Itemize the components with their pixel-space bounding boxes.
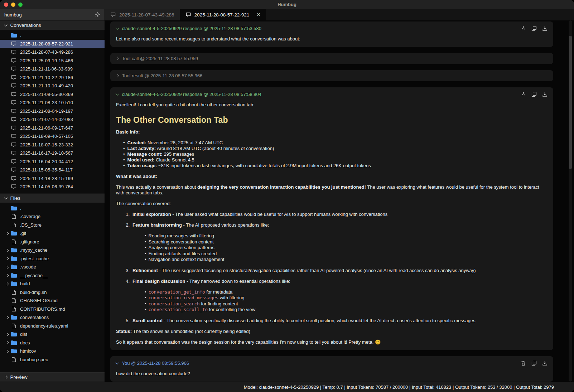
conversation-item[interactable]: 2025-11-21-10-22-29-186 — [0, 73, 105, 82]
tool-call-card[interactable]: Tool call @ 2025-11-28 08:57:55.959 — [110, 53, 553, 64]
message-actions — [521, 360, 548, 366]
conversation-item[interactable]: 2025-11-18-07-15-23-332 — [0, 141, 105, 149]
conversation-item[interactable]: 2025-11-18-09-40-57-105 — [0, 132, 105, 141]
conversation-view: claude-sonnet-4-5-20250929 response @ 20… — [105, 20, 574, 382]
close-tab-icon[interactable]: × — [257, 12, 260, 18]
list-item: Created: November 28, 2025 at 7:47 AM UT… — [123, 140, 548, 146]
message-header-label: claude-sonnet-4-5-20250929 response @ 20… — [122, 92, 262, 97]
conversation-item[interactable]: 2025-11-21-11-06-33-989 — [0, 65, 105, 73]
folder-item[interactable]: conversations — [0, 313, 105, 322]
file-item[interactable]: humbug.spec — [0, 355, 105, 364]
folder-item[interactable]: __pycache__ — [0, 271, 105, 280]
folder-item[interactable]: build — [0, 280, 105, 288]
close-window-button[interactable] — [4, 3, 8, 7]
conversation-item[interactable]: 2025-11-14-05-06-39-764 — [0, 183, 105, 191]
folder-item-label: .pytest_cache — [20, 256, 49, 261]
message-header[interactable]: claude-sonnet-4-5-20250929 response @ 20… — [116, 26, 548, 31]
folder-item[interactable]: docs — [0, 339, 105, 347]
chevron-right-icon[interactable] — [116, 74, 119, 77]
expand-chevron-icon[interactable] — [3, 249, 11, 252]
file-item[interactable]: dependency-rules.yaml — [0, 322, 105, 330]
chevron-down-icon — [4, 23, 8, 26]
conversation-item[interactable]: 2025-11-21-10-10-49-420 — [0, 82, 105, 90]
conversation-item[interactable]: 2025-11-16-17-19-10-567 — [0, 149, 105, 158]
folder-item[interactable]: dist — [0, 330, 105, 339]
chat-bubble-icon — [11, 184, 17, 189]
conversations-section-header[interactable]: Conversations — [0, 20, 105, 30]
copy-icon[interactable] — [531, 92, 537, 97]
file-item[interactable]: .coverage — [0, 212, 105, 221]
file-item-label: build-dmg.sh — [20, 290, 47, 295]
minimize-window-button[interactable] — [11, 3, 15, 7]
expand-chevron-icon[interactable] — [3, 283, 11, 285]
conversation-item[interactable]: 2025-11-21-08-55-30-369 — [0, 90, 105, 99]
trash-icon[interactable] — [521, 360, 526, 366]
conversation-item[interactable]: 2025-11-21-08-23-10-510 — [0, 98, 105, 107]
conversation-item[interactable]: 2025-11-25-09-19-15-466 — [0, 57, 105, 65]
conversations-root-folder[interactable]: . — [0, 31, 105, 40]
conversation-item[interactable]: 2025-11-21-08-04-19-197 — [0, 107, 105, 116]
message-header[interactable]: You @ 2025-11-28 08:59:55.966 — [116, 360, 548, 366]
tab-conversation-inactive[interactable]: 2025-11-28-07-43-49-286 — [105, 9, 180, 20]
paragraph: The conversation covered: — [116, 201, 548, 207]
traffic-lights — [4, 3, 23, 7]
expand-chevron-icon[interactable] — [3, 342, 11, 344]
folder-icon — [11, 315, 17, 320]
conversation-item[interactable]: 2025-11-21-06-09-17-647 — [0, 124, 105, 132]
scrollbar-thumb[interactable] — [569, 36, 572, 169]
conversation-item[interactable]: 2025-11-21-07-14-02-083 — [0, 115, 105, 124]
expand-chevron-icon[interactable] — [3, 274, 11, 277]
copy-icon[interactable] — [531, 26, 537, 31]
folder-item[interactable]: htmlcov — [0, 347, 105, 355]
folder-icon — [11, 247, 17, 253]
conversation-item[interactable]: 2025-11-28-07-43-49-286 — [0, 48, 105, 57]
conversation-item[interactable]: 2025-11-14-18-28-15-199 — [0, 174, 105, 183]
file-item[interactable]: CHANGELOG.md — [0, 296, 105, 305]
folder-item[interactable]: .pytest_cache — [0, 255, 105, 263]
fork-icon[interactable] — [521, 92, 526, 97]
expand-chevron-icon[interactable] — [3, 333, 11, 336]
chevron-down-icon[interactable] — [116, 361, 119, 364]
chevron-down-icon[interactable] — [116, 26, 119, 29]
folder-item[interactable]: .mypy_cache — [0, 246, 105, 255]
chat-bubble-icon — [11, 134, 17, 139]
file-item[interactable]: CONTRIBUTORS.md — [0, 305, 105, 314]
conversation-item-selected[interactable]: 2025-11-28-08-57-22-921 — [0, 40, 105, 48]
folder-item[interactable]: .vscode — [0, 263, 105, 271]
files-tree: . .coverage .DS_Store .git .gitignore .m… — [0, 203, 105, 366]
zoom-window-button[interactable] — [18, 3, 23, 7]
conversation-item[interactable]: 2025-11-15-05-35-54-117 — [0, 166, 105, 174]
chevron-right-icon[interactable] — [116, 57, 119, 60]
folder-item[interactable]: .git — [0, 229, 105, 238]
tab-conversation-active[interactable]: 2025-11-28-08-57-22-921 × — [180, 9, 266, 20]
preview-section-header[interactable]: Preview — [0, 372, 105, 382]
download-icon[interactable] — [542, 360, 548, 366]
message-header[interactable]: claude-sonnet-4-5-20250929 response @ 20… — [116, 92, 548, 97]
conversation-item[interactable]: 2025-11-16-04-20-04-412 — [0, 158, 105, 166]
download-icon[interactable] — [542, 92, 548, 97]
expand-chevron-icon[interactable] — [3, 257, 11, 260]
download-icon[interactable] — [542, 26, 548, 31]
fork-icon[interactable] — [521, 26, 526, 31]
scrollbar-track[interactable] — [569, 20, 572, 382]
expand-chevron-icon[interactable] — [3, 316, 11, 319]
chevron-right-icon — [4, 376, 8, 379]
copy-icon[interactable] — [531, 360, 537, 366]
conversation-item-label: 2025-11-28-08-57-22-921 — [20, 41, 73, 47]
titlebar: Humbug — [0, 0, 574, 9]
file-item[interactable]: .gitignore — [0, 238, 105, 246]
expand-chevron-icon[interactable] — [3, 232, 11, 235]
chevron-down-icon[interactable] — [116, 92, 119, 95]
files-root-folder[interactable]: . — [0, 204, 105, 213]
gear-icon[interactable] — [95, 12, 100, 18]
file-item[interactable]: .DS_Store — [0, 221, 105, 229]
list-item: Navigation and context management — [145, 257, 548, 263]
expand-chevron-icon[interactable] — [3, 350, 11, 353]
nested-bullet-list: Reading messages with filtering Searchin… — [116, 233, 548, 263]
files-section-header[interactable]: Files — [0, 193, 105, 203]
file-item[interactable]: build-dmg.sh — [0, 288, 105, 297]
project-name: humbug — [4, 12, 22, 18]
conversation-item-label: 2025-11-18-07-15-23-332 — [20, 142, 73, 147]
expand-chevron-icon[interactable] — [3, 266, 11, 268]
tool-result-card[interactable]: Tool result @ 2025-11-28 08:57:55.966 — [110, 70, 553, 81]
